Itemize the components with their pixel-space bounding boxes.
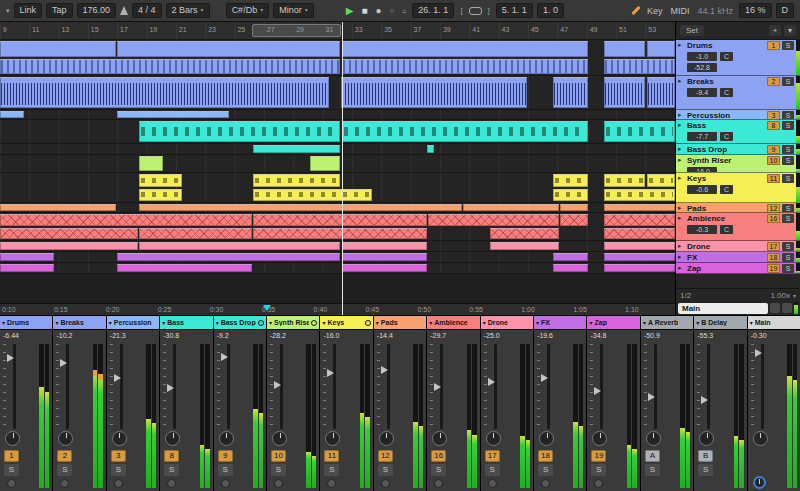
volume-value[interactable]: -14.4 xyxy=(374,330,426,342)
mixer-tab-bass[interactable]: ▾Bass xyxy=(160,316,212,329)
track-lane-row-bass[interactable] xyxy=(0,120,675,144)
volume-fader[interactable] xyxy=(537,344,559,429)
loop-start-field[interactable]: 5. 1. 1 xyxy=(496,3,533,18)
clip[interactable] xyxy=(553,253,588,261)
solo-button[interactable]: S xyxy=(378,464,393,476)
clip[interactable] xyxy=(139,242,340,250)
volume-value[interactable]: -16.0 xyxy=(320,330,372,342)
main-track-header[interactable]: Main xyxy=(676,301,800,315)
track-header-zap[interactable]: ▸Zap19S xyxy=(676,263,800,274)
play-button[interactable]: ▶ xyxy=(344,3,356,18)
pan-knob[interactable] xyxy=(5,431,20,446)
solo-button[interactable]: S xyxy=(111,464,126,476)
clip[interactable] xyxy=(139,228,252,240)
clip[interactable] xyxy=(427,145,434,153)
track-activator[interactable]: 11 xyxy=(324,450,339,462)
track-header-ambience[interactable]: ▸Ambience16S-0.3C xyxy=(676,213,800,241)
track-header-drums[interactable]: ▸Drums1S-1.0C-52.8 xyxy=(676,40,800,76)
mixer-tab-a-reverb[interactable]: ▾A Reverb xyxy=(641,316,693,329)
clip[interactable] xyxy=(604,214,675,226)
solo-button[interactable]: S xyxy=(218,464,233,476)
clip[interactable] xyxy=(0,77,329,108)
clip[interactable] xyxy=(490,242,559,250)
clip[interactable] xyxy=(139,121,340,142)
solo-button[interactable]: S xyxy=(782,121,794,130)
set-locator-button[interactable]: Set xyxy=(680,25,704,36)
pan-field[interactable]: C xyxy=(720,132,733,141)
key-root-menu[interactable]: C#/Db ▾ xyxy=(226,3,270,18)
mixer-tab-fx[interactable]: ▾FX xyxy=(534,316,586,329)
pan-knob[interactable] xyxy=(646,431,661,446)
track-activator[interactable]: 17 xyxy=(485,450,500,462)
collapse-icon[interactable]: ▾ xyxy=(589,319,592,326)
track-activator[interactable]: 3 xyxy=(111,450,126,462)
collapse-icon[interactable]: ▾ xyxy=(2,319,5,326)
track-header-drone[interactable]: ▸Drone17S xyxy=(676,241,800,252)
clip[interactable] xyxy=(647,77,675,108)
peak-field[interactable]: -52.8 xyxy=(687,63,717,72)
fader-handle[interactable] xyxy=(488,378,495,386)
clip[interactable] xyxy=(553,189,588,202)
volume-value[interactable]: -6.44 xyxy=(0,330,52,342)
overdub-button[interactable]: ○ xyxy=(387,3,396,18)
solo-button[interactable]: S xyxy=(698,464,713,476)
clip[interactable] xyxy=(553,174,588,187)
pan-knob[interactable] xyxy=(325,431,340,446)
key-map-toggle[interactable]: Key xyxy=(645,6,665,16)
track-activator[interactable]: 8 xyxy=(164,450,179,462)
fader-handle[interactable] xyxy=(594,387,601,395)
collapse-icon[interactable]: ▾ xyxy=(536,319,539,326)
clip[interactable] xyxy=(604,41,645,57)
track-activator[interactable]: 19 xyxy=(591,450,606,462)
pan-field[interactable]: C xyxy=(720,185,733,194)
mixer-tab-b-delay[interactable]: ▾B Delay xyxy=(694,316,746,329)
clip[interactable] xyxy=(342,242,426,250)
track-activator[interactable]: 17 xyxy=(767,242,780,251)
pan-knob[interactable] xyxy=(592,431,607,446)
mixer-tab-bass-drop[interactable]: ▾Bass Drop xyxy=(214,316,266,329)
automation-arm-button[interactable]: ▵ xyxy=(400,3,408,18)
mixer-tab-pads[interactable]: ▾Pads xyxy=(374,316,426,329)
volume-value[interactable]: -21.3 xyxy=(107,330,159,342)
solo-button[interactable]: S xyxy=(4,464,19,476)
volume-fader[interactable] xyxy=(323,344,345,429)
volume-value[interactable]: -30.8 xyxy=(160,330,212,342)
track-activator[interactable]: 18 xyxy=(767,253,780,262)
track-lane-row-drums[interactable] xyxy=(0,40,675,76)
clip[interactable] xyxy=(553,264,588,272)
unfold-icon[interactable]: ▸ xyxy=(678,145,682,153)
arm-button[interactable] xyxy=(434,479,443,488)
arm-button[interactable] xyxy=(60,479,69,488)
collapse-icon[interactable]: ▾ xyxy=(429,319,432,326)
volume-fader[interactable] xyxy=(110,344,132,429)
track-activator[interactable]: 11 xyxy=(767,174,780,183)
track-activator[interactable]: 12 xyxy=(378,450,393,462)
main-extra-button-1[interactable] xyxy=(770,303,780,313)
fader-handle[interactable] xyxy=(60,359,67,367)
fader-handle[interactable] xyxy=(434,383,441,391)
clip[interactable] xyxy=(647,41,675,57)
punch-in-button[interactable]: [ xyxy=(458,3,464,18)
unfold-icon[interactable]: ▸ xyxy=(678,242,682,250)
track-lane-row-pads[interactable] xyxy=(0,203,675,213)
mixer-tab-percussion[interactable]: ▾Percussion xyxy=(107,316,159,329)
pan-knob[interactable] xyxy=(699,431,714,446)
arm-button[interactable] xyxy=(381,479,390,488)
solo-button[interactable]: S xyxy=(782,214,794,223)
track-header-breaks[interactable]: ▸Breaks2S-9.4C xyxy=(676,76,800,110)
track-activator[interactable]: B xyxy=(698,450,713,462)
mixer-tab-zap[interactable]: ▾Zap xyxy=(587,316,639,329)
unfold-icon[interactable]: ▸ xyxy=(678,204,682,212)
pan-field[interactable]: C xyxy=(720,88,733,97)
track-header-keys[interactable]: ▸Keys11S-0.6C xyxy=(676,173,800,203)
solo-button[interactable]: S xyxy=(782,174,794,183)
pan-knob[interactable] xyxy=(539,431,554,446)
clip[interactable] xyxy=(560,214,588,226)
unfold-icon[interactable]: ▸ xyxy=(678,77,682,85)
fader-handle[interactable] xyxy=(541,374,548,382)
track-activator[interactable]: 9 xyxy=(218,450,233,462)
arm-button[interactable] xyxy=(327,479,336,488)
track-lane-row-fx[interactable] xyxy=(0,252,675,263)
cue-volume-knob[interactable] xyxy=(753,476,766,489)
clip[interactable] xyxy=(139,174,182,187)
